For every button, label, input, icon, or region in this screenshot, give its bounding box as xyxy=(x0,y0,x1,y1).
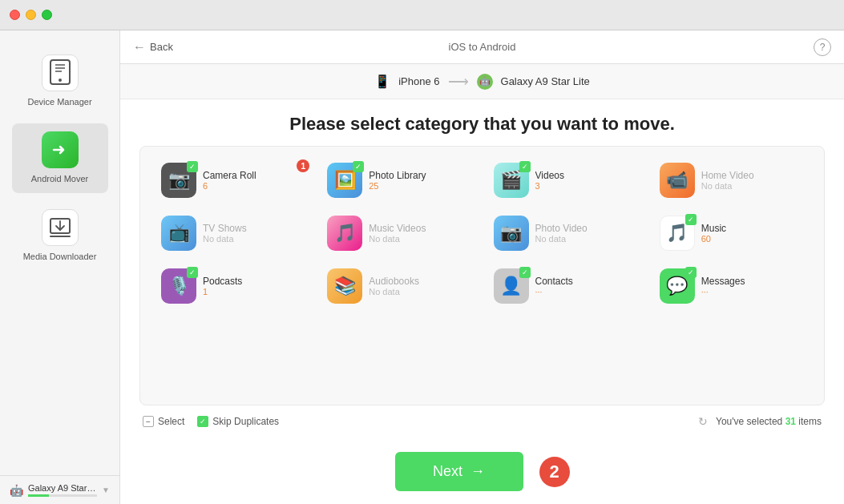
category-item-photo[interactable]: 🖼️ ✓ Photo Library 25 xyxy=(319,156,479,204)
device-bar[interactable]: 🤖 Galaxy A9 Star Lite ▼ xyxy=(0,475,119,504)
selected-suffix: items xyxy=(798,416,822,427)
cat-count-photovideo: No data xyxy=(535,234,637,244)
source-device: iPhone 6 xyxy=(398,75,439,87)
sidebar: Device Manager Android Mover Media Downl… xyxy=(0,30,120,504)
refresh-icon[interactable]: ↻ xyxy=(695,413,711,429)
traffic-lights xyxy=(10,10,52,20)
next-area: Next → 2 xyxy=(120,441,844,504)
main-content: ← Back iOS to Android ? 📱 iPhone 6 ⟶ 🤖 G… xyxy=(120,30,844,504)
cat-count-camera: 6 xyxy=(203,181,305,191)
sidebar-device-manager-label: Device Manager xyxy=(27,96,91,107)
cat-icon-musicvideo: 🎵 xyxy=(327,216,362,251)
category-item-homevideo[interactable]: 📹 Home Video No data xyxy=(652,156,811,204)
target-device: Galaxy A9 Star Lite xyxy=(501,75,590,87)
sidebar-item-android-mover[interactable]: Android Mover xyxy=(12,123,108,192)
next-label: Next xyxy=(433,463,462,480)
category-item-music[interactable]: 🎵 ✓ Music 60 xyxy=(652,209,811,257)
cat-checkbox-contacts: ✓ xyxy=(519,267,531,278)
cat-icon-wrap-messages: 💬 ✓ xyxy=(660,268,695,304)
selected-count: 31 xyxy=(785,416,796,427)
android-mover-icon xyxy=(42,131,79,168)
chevron-down-icon: ▼ xyxy=(102,486,110,494)
cat-name-camera: Camera Roll xyxy=(203,170,305,181)
cat-info-camera: Camera Roll 6 xyxy=(203,170,305,191)
select-button[interactable]: − Select xyxy=(143,416,184,427)
iphone-icon: 📱 xyxy=(374,74,390,89)
sidebar-bottom: 🤖 Galaxy A9 Star Lite ▼ xyxy=(0,475,119,504)
cat-icon-photovideo: 📷 xyxy=(494,216,529,251)
category-item-video[interactable]: 🎬 ✓ Videos 3 xyxy=(486,156,645,204)
help-button[interactable]: ? xyxy=(814,38,831,56)
cat-info-messages: Messages ··· xyxy=(701,276,803,296)
sidebar-item-device-manager[interactable]: Device Manager xyxy=(12,46,108,115)
minimize-button[interactable] xyxy=(26,10,36,20)
device-bar-name: Galaxy A9 Star Lite xyxy=(28,483,97,493)
skip-check-icon: ✓ xyxy=(197,416,208,427)
android-icon: 🤖 xyxy=(477,74,493,90)
app-body: Device Manager Android Mover Media Downl… xyxy=(0,30,844,504)
cat-icon-wrap-music: 🎵 ✓ xyxy=(660,216,695,251)
cat-icon-wrap-tvshows: 📺 xyxy=(161,216,196,251)
device-bar-progress-fill xyxy=(28,494,49,497)
cat-checkbox-music: ✓ xyxy=(685,214,697,225)
next-button[interactable]: Next → xyxy=(395,452,523,491)
sidebar-android-mover-label: Android Mover xyxy=(31,173,89,184)
close-button[interactable] xyxy=(10,10,20,20)
device-bar-icon: 🤖 xyxy=(10,484,23,497)
category-item-musicvideo[interactable]: 🎵 Music Videos No data xyxy=(319,209,479,257)
svg-point-4 xyxy=(59,79,62,82)
cat-name-video: Videos xyxy=(535,170,637,181)
category-item-photovideo[interactable]: 📷 Photo Video No data xyxy=(486,209,645,257)
cat-info-music: Music 60 xyxy=(701,223,803,244)
maximize-button[interactable] xyxy=(42,10,52,20)
cat-checkbox-messages: ✓ xyxy=(685,267,697,278)
cat-info-video: Videos 3 xyxy=(535,170,637,191)
cat-count-podcasts: 1 xyxy=(203,287,305,296)
sidebar-item-media-downloader[interactable]: Media Downloader xyxy=(12,201,108,270)
device-strip: 📱 iPhone 6 ⟶ 🤖 Galaxy A9 Star Lite xyxy=(120,64,844,99)
cat-name-photo: Photo Library xyxy=(369,170,470,181)
bottom-bar: − Select ✓ Skip Duplicates ↻ You've sele… xyxy=(139,405,825,433)
cat-icon-homevideo: 📹 xyxy=(660,163,695,198)
cat-icon-wrap-musicvideo: 🎵 xyxy=(327,216,362,251)
device-bar-progress xyxy=(28,494,97,497)
cat-badge-camera: 1 xyxy=(297,159,309,172)
content-title: Please select category that you want to … xyxy=(139,114,825,135)
cat-icon-wrap-homevideo: 📹 xyxy=(660,163,695,198)
cat-checkbox-camera: ✓ xyxy=(187,161,198,172)
cat-name-photovideo: Photo Video xyxy=(535,223,637,234)
select-minus-icon: − xyxy=(143,416,154,427)
category-item-camera[interactable]: 📷 ✓ Camera Roll 6 1 xyxy=(153,156,313,204)
category-item-contacts[interactable]: 👤 ✓ Contacts ··· xyxy=(486,262,645,310)
cat-icon-wrap-camera: 📷 ✓ xyxy=(161,163,196,198)
cat-info-podcasts: Podcasts 1 xyxy=(203,276,305,296)
cat-name-contacts: Contacts xyxy=(535,276,637,287)
cat-info-homevideo: Home Video No data xyxy=(701,170,803,191)
top-nav: ← Back iOS to Android ? xyxy=(120,30,844,64)
category-grid-container: 📷 ✓ Camera Roll 6 1 🖼️ ✓ Photo Library 2… xyxy=(139,146,825,405)
cat-name-podcasts: Podcasts xyxy=(203,276,305,287)
cat-count-musicvideo: No data xyxy=(369,234,470,244)
cat-name-musicvideo: Music Videos xyxy=(369,223,470,234)
category-item-audiobooks[interactable]: 📚 Audiobooks No data xyxy=(319,262,479,310)
skip-label: Skip Duplicates xyxy=(212,416,279,427)
sidebar-media-downloader-label: Media Downloader xyxy=(23,251,97,262)
cat-count-homevideo: No data xyxy=(701,181,803,191)
cat-info-audiobooks: Audiobooks No data xyxy=(369,276,470,296)
device-manager-icon xyxy=(42,54,79,91)
category-item-podcasts[interactable]: 🎙️ ✓ Podcasts 1 xyxy=(153,262,313,310)
step-badge: 2 xyxy=(539,457,570,487)
media-downloader-icon xyxy=(42,209,79,246)
skip-duplicates-toggle[interactable]: ✓ Skip Duplicates xyxy=(197,416,279,427)
cat-icon-audiobooks: 📚 xyxy=(327,268,362,304)
cat-info-tvshows: TV Shows No data xyxy=(203,223,305,244)
next-arrow-icon: → xyxy=(470,463,485,480)
cat-count-video: 3 xyxy=(535,181,637,191)
cat-name-homevideo: Home Video xyxy=(701,170,803,181)
cat-info-photo: Photo Library 25 xyxy=(369,170,470,191)
back-button[interactable]: ← Back xyxy=(133,40,173,54)
category-item-tvshows[interactable]: 📺 TV Shows No data xyxy=(153,209,313,257)
category-item-messages[interactable]: 💬 ✓ Messages ··· xyxy=(652,262,811,310)
back-label: Back xyxy=(150,41,173,53)
cat-name-audiobooks: Audiobooks xyxy=(369,276,470,287)
